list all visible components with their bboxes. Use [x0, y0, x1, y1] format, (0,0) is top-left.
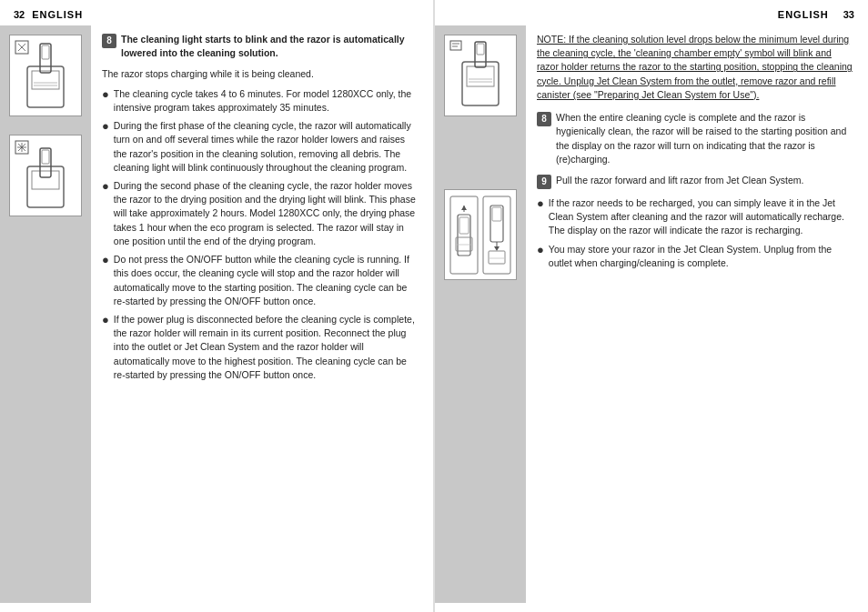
right-page: ENGLISH 33 — [435, 0, 868, 612]
right-bullet-text-1: If the razor needs to be recharged, you … — [549, 196, 855, 238]
right-content: NOTE: If the cleaning solution level dro… — [435, 25, 868, 612]
right-bullet-item-1: ● If the razor needs to be recharged, yo… — [537, 196, 855, 238]
svg-rect-39 — [489, 251, 505, 264]
bullet-icon-4: ● — [102, 253, 109, 308]
left-page-number: 32 — [14, 9, 25, 20]
right-text: NOTE: If the cleaning solution level dro… — [526, 25, 868, 603]
note-text: NOTE: If the cleaning solution level dro… — [537, 33, 855, 102]
svg-rect-23 — [477, 44, 484, 55]
right-step-8-block: 8 When the entire cleaning cycle is comp… — [537, 111, 855, 166]
step-8-block: 8 The cleaning light starts to blink and… — [102, 33, 420, 60]
bullet-text-3: During the second phase of the cleaning … — [114, 179, 420, 248]
left-sidebar — [0, 25, 91, 603]
svg-marker-34 — [461, 206, 467, 210]
left-page: 32 ENGLISH — [0, 0, 433, 612]
image-razor-cleaning-1 — [9, 35, 82, 116]
right-bullet-item-2: ● You may store your razor in the Jet Cl… — [537, 243, 855, 270]
right-step-8-number: 8 — [537, 112, 551, 126]
bullet-item: ● During the first phase of the cleaning… — [102, 119, 420, 175]
svg-rect-28 — [483, 196, 510, 274]
left-header: 32 ENGLISH — [0, 0, 433, 25]
right-bullet-text-2: You may store your razor in the Jet Clea… — [549, 243, 855, 270]
svg-rect-18 — [462, 62, 499, 105]
image-razor-right-1 — [444, 35, 517, 116]
svg-rect-1 — [32, 71, 59, 89]
right-step-9-number: 9 — [537, 175, 551, 189]
svg-rect-30 — [459, 217, 469, 234]
bullet-text-1: The cleaning cycle takes 4 to 6 minutes.… — [114, 87, 420, 115]
right-step-8-text: When the entire cleaning cycle is comple… — [556, 111, 855, 166]
step-8-text: The cleaning light starts to blink and t… — [121, 33, 420, 60]
svg-marker-38 — [494, 246, 500, 251]
bullet-icon-5: ● — [102, 313, 109, 382]
svg-rect-24 — [450, 41, 461, 50]
svg-rect-31 — [456, 237, 472, 251]
bullet-text-2: During the first phase of the cleaning c… — [114, 119, 420, 175]
bullet-text-4: Do not press the ON/OFF button while the… — [114, 253, 420, 308]
left-text: 8 The cleaning light starts to blink and… — [91, 25, 433, 603]
bullet-item: ● If the power plug is disconnected befo… — [102, 313, 420, 382]
bullet-icon-3: ● — [102, 179, 109, 248]
right-header: ENGLISH 33 — [435, 0, 868, 25]
right-bullet-icon-1: ● — [537, 196, 544, 238]
page-spread: 32 ENGLISH — [0, 0, 868, 612]
svg-rect-9 — [27, 166, 64, 207]
right-sidebar — [435, 25, 526, 603]
svg-rect-5 — [42, 45, 49, 59]
right-page-lang: ENGLISH — [778, 9, 829, 20]
bullet-item: ● During the second phase of the cleanin… — [102, 179, 420, 248]
right-page-number: 33 — [843, 9, 854, 20]
left-page-lang: ENGLISH — [32, 9, 83, 20]
svg-rect-12 — [42, 150, 49, 164]
step-8-continuation: The razor stops charging while it is bei… — [102, 67, 420, 81]
step-8-number: 8 — [102, 34, 116, 48]
bullet-icon-2: ● — [102, 119, 109, 175]
bullet-item: ● The cleaning cycle takes 4 to 6 minute… — [102, 87, 420, 115]
right-step-9-text: Pull the razor forward and lift razor fr… — [556, 174, 855, 189]
right-bullet-icon-2: ● — [537, 243, 544, 270]
right-step-9-block: 9 Pull the razor forward and lift razor … — [537, 174, 855, 189]
svg-rect-10 — [32, 171, 59, 189]
image-razor-cleaning-2 — [9, 135, 82, 216]
bullet-icon-1: ● — [102, 87, 109, 115]
bullet-text-5: If the power plug is disconnected before… — [114, 313, 420, 382]
image-razor-right-2 — [444, 189, 517, 280]
left-content: 8 The cleaning light starts to blink and… — [0, 25, 433, 612]
bullet-item: ● Do not press the ON/OFF button while t… — [102, 253, 420, 308]
svg-rect-36 — [492, 207, 501, 221]
svg-rect-19 — [467, 66, 494, 86]
